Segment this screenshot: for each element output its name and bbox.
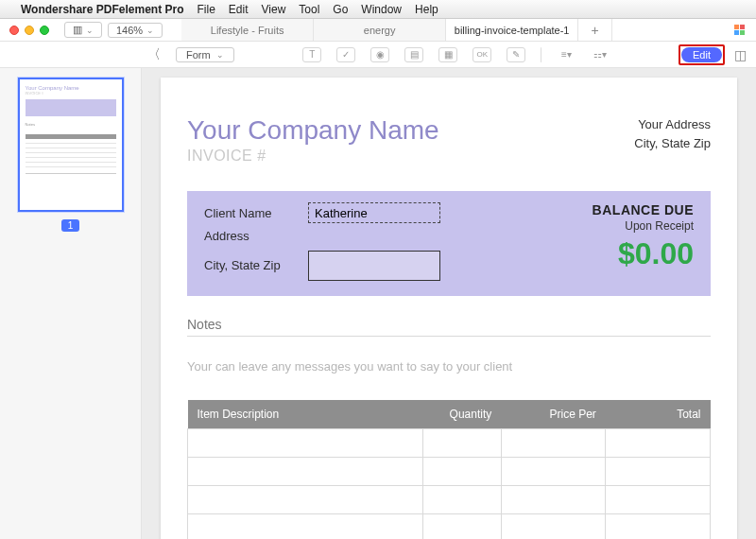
invoice-label: INVOICE # <box>187 148 439 165</box>
mode-label: Form <box>186 49 211 61</box>
chevron-down-icon: ⌄ <box>86 26 94 35</box>
col-total: Total <box>606 400 711 429</box>
menu-view[interactable]: View <box>262 3 286 16</box>
col-quantity: Quantity <box>422 400 501 429</box>
menu-edit[interactable]: Edit <box>229 3 249 16</box>
page-number-badge[interactable]: 1 <box>61 219 80 232</box>
tab-energy[interactable]: energy <box>314 19 446 41</box>
client-address-label: Address <box>204 229 308 243</box>
client-address-field[interactable] <box>308 251 440 281</box>
back-button[interactable]: 〈 <box>142 46 166 63</box>
edit-button[interactable]: Edit <box>681 47 722 62</box>
main-area: Your Company Name INVOICE # Notes 1 Your… <box>0 68 756 539</box>
form-tools: T ✓ ◉ ▤ ▦ OK ✎ ≡▾ ⚏▾ <box>244 47 669 62</box>
tab-lifestyle[interactable]: Lifestyle - Fruits <box>181 19 314 41</box>
chevron-down-icon: ⌄ <box>146 26 154 35</box>
client-city-label: City, State Zip <box>204 258 308 272</box>
window-toolbar: ▥⌄ 146%⌄ Lifestyle - Fruits energy billi… <box>0 19 756 42</box>
button-tool-icon[interactable]: OK <box>472 47 491 62</box>
menu-window[interactable]: Window <box>361 3 402 16</box>
zoom-dropdown[interactable]: 146%⌄ <box>108 23 163 38</box>
zoom-value: 146% <box>116 25 143 36</box>
window-controls <box>0 26 59 35</box>
mode-dropdown[interactable]: Form⌄ <box>176 47 234 62</box>
page-thumbnail-1[interactable]: Your Company Name INVOICE # Notes <box>18 78 124 212</box>
company-name: Your Company Name <box>187 115 439 146</box>
chevron-down-icon: ⌄ <box>216 50 224 60</box>
table-row[interactable] <box>188 429 711 458</box>
signature-tool-icon[interactable]: ✎ <box>507 47 525 62</box>
client-name-field[interactable] <box>308 202 440 223</box>
table-row[interactable] <box>188 486 711 514</box>
divider <box>187 336 711 337</box>
mac-menubar: Wondershare PDFelement Pro File Edit Vie… <box>0 0 756 19</box>
balance-amount: $0.00 <box>593 236 694 271</box>
tab-billing-invoice[interactable]: billing-invoice-template-1 <box>446 19 578 41</box>
radio-tool-icon[interactable]: ◉ <box>370 47 389 62</box>
listbox-tool-icon[interactable]: ▦ <box>438 47 457 62</box>
close-window-icon[interactable] <box>9 26 19 35</box>
address-line2: City, State Zip <box>634 134 711 153</box>
checkbox-tool-icon[interactable]: ✓ <box>336 47 355 62</box>
table-row[interactable] <box>188 514 711 540</box>
menu-help[interactable]: Help <box>415 3 438 16</box>
align-tool-icon[interactable]: ≡▾ <box>557 47 576 62</box>
separator <box>541 47 541 62</box>
fullscreen-window-icon[interactable] <box>40 26 49 35</box>
notes-label: Notes <box>187 317 711 332</box>
form-toolbar: 〈 Form⌄ T ✓ ◉ ▤ ▦ OK ✎ ≡▾ ⚏▾ Edit ◫ <box>0 42 756 68</box>
more-tools-icon[interactable]: ⚏▾ <box>591 47 610 62</box>
client-name-label: Client Name <box>204 206 308 220</box>
combo-tool-icon[interactable]: ▤ <box>404 47 423 62</box>
app-grid-icon[interactable] <box>734 25 745 35</box>
company-address: Your Address City, State Zip <box>634 115 711 152</box>
app-name[interactable]: Wondershare PDFelement Pro <box>21 3 184 16</box>
text-field-tool-icon[interactable]: T <box>302 47 321 62</box>
menu-go[interactable]: Go <box>333 3 348 16</box>
new-tab-button[interactable]: + <box>578 19 612 41</box>
sidebar-view-icon: ▥ <box>73 24 82 36</box>
notes-placeholder[interactable]: Your can leave any messages you want to … <box>187 359 711 374</box>
balance-box: Client Name Address City, State Zip BALA… <box>187 191 711 296</box>
menu-tool[interactable]: Tool <box>299 3 319 16</box>
menu-file[interactable]: File <box>198 3 215 16</box>
balance-due-label: BALANCE DUE <box>593 202 694 217</box>
document-canvas[interactable]: Your Company Name INVOICE # Your Address… <box>142 68 756 539</box>
col-item-description: Item Description <box>188 400 423 429</box>
line-items-table: Item Description Quantity Price Per Tota… <box>187 400 711 539</box>
side-panel-toggle-icon[interactable]: ◫ <box>734 47 747 62</box>
edit-button-highlight: Edit <box>679 44 725 65</box>
thumbnail-sidebar: Your Company Name INVOICE # Notes 1 <box>0 68 142 539</box>
document-tabs: Lifestyle - Fruits energy billing-invoic… <box>181 19 734 41</box>
minimize-window-icon[interactable] <box>25 26 34 35</box>
document-page: Your Company Name INVOICE # Your Address… <box>161 78 737 539</box>
upon-receipt-label: Upon Receipt <box>593 219 694 233</box>
table-row[interactable] <box>188 458 711 486</box>
address-line1: Your Address <box>634 115 711 134</box>
sidebar-view-dropdown[interactable]: ▥⌄ <box>64 22 102 38</box>
col-price-per: Price Per <box>501 400 606 429</box>
